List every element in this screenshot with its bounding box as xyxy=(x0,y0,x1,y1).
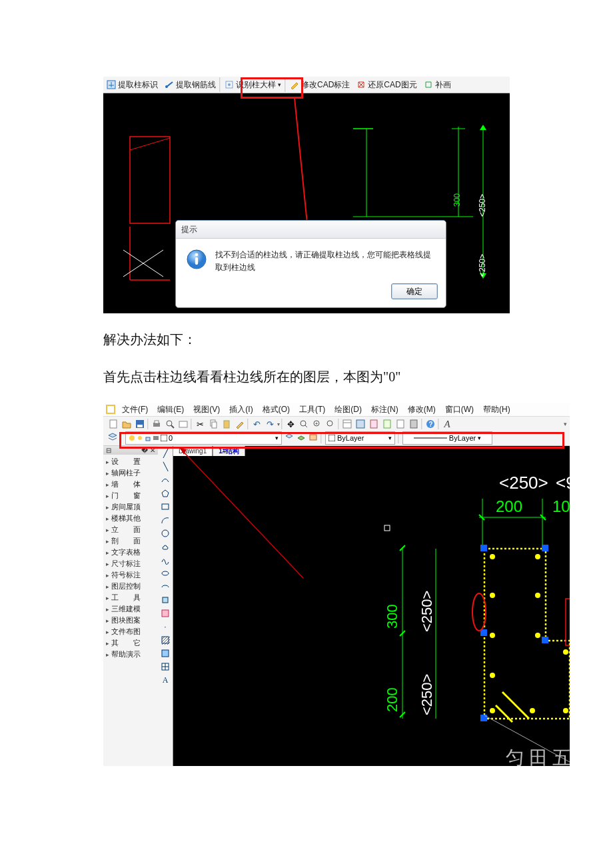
svg-point-38 xyxy=(327,421,332,426)
pan-icon[interactable]: ✥ xyxy=(285,418,297,430)
menu-format[interactable]: 格式(O) xyxy=(259,404,294,415)
xline-icon[interactable]: ╲ xyxy=(160,461,171,472)
gradient-icon[interactable] xyxy=(160,648,171,659)
layeriso-icon[interactable] xyxy=(308,433,318,443)
circle-icon[interactable] xyxy=(160,528,171,539)
menu-tools[interactable]: 工具(T) xyxy=(295,404,329,415)
ellipse-arc-icon[interactable] xyxy=(160,581,171,592)
toolpal-icon[interactable] xyxy=(368,418,380,430)
side-item-17[interactable]: 帮助演示 xyxy=(103,649,158,660)
side-item-3[interactable]: 门 窗 xyxy=(103,490,158,501)
side-item-1[interactable]: 轴网柱子 xyxy=(103,467,158,479)
layermatch-icon[interactable] xyxy=(285,433,294,443)
tab-drawing1[interactable]: Drawing1 xyxy=(173,445,213,456)
side-item-4[interactable]: 房间屋顶 xyxy=(103,501,158,513)
side-panel[interactable]: ⊟� ✕ 设 置轴网柱子墙 体门 窗房间屋顶楼梯其他立 面剖 面文字表格尺寸标注… xyxy=(103,445,159,766)
side-item-5[interactable]: 楼梯其他 xyxy=(103,513,158,524)
menu-draw[interactable]: 绘图(D) xyxy=(330,404,366,415)
color-dropdown[interactable]: ByLayer▾ xyxy=(325,431,395,445)
menu-window[interactable]: 窗口(W) xyxy=(441,404,478,415)
text-style-icon[interactable]: A xyxy=(441,418,453,430)
zoom-window-icon[interactable]: + xyxy=(311,418,323,430)
side-item-11[interactable]: 图层控制 xyxy=(103,581,158,592)
paragraph-step-1: 首先点击柱边线看看柱边线所在的图层，本图为"0" xyxy=(103,365,510,388)
side-item-7[interactable]: 剖 面 xyxy=(103,535,158,547)
close-icon[interactable]: � ✕ xyxy=(141,447,155,454)
side-item-9[interactable]: 尺寸标注 xyxy=(103,558,158,569)
layerprev-icon[interactable] xyxy=(297,433,306,443)
side-item-2[interactable]: 墙 体 xyxy=(103,479,158,490)
side-item-14[interactable]: 图块图案 xyxy=(103,615,158,626)
table-icon[interactable] xyxy=(160,661,171,672)
svg-rect-10 xyxy=(130,137,170,223)
svg-rect-44 xyxy=(397,420,404,428)
tab-structure[interactable]: 1#结构 xyxy=(213,445,245,456)
side-item-8[interactable]: 文字表格 xyxy=(103,547,158,558)
side-item-15[interactable]: 文件布图 xyxy=(103,626,158,637)
side-item-13[interactable]: 三维建模 xyxy=(103,603,158,615)
save-icon[interactable] xyxy=(134,418,146,430)
menu-edit[interactable]: 编辑(E) xyxy=(153,404,188,415)
svg-text:匀 田 五: 匀 田 五 xyxy=(506,747,570,766)
preview-icon[interactable] xyxy=(164,418,176,430)
block-icon[interactable] xyxy=(160,608,171,619)
spline-icon[interactable] xyxy=(160,555,171,565)
ok-button[interactable]: 确定 xyxy=(391,283,438,299)
menu-bar[interactable]: 文件(F) 编辑(E) 视图(V) 插入(I) 格式(O) 工具(T) 绘图(D… xyxy=(103,403,570,416)
redo-icon[interactable]: ↷ xyxy=(264,418,276,430)
polygon-icon[interactable] xyxy=(160,488,171,499)
cut-icon[interactable]: ✂ xyxy=(194,418,206,430)
side-item-12[interactable]: 工 具 xyxy=(103,592,158,603)
svg-rect-32 xyxy=(212,422,217,428)
sheet-icon[interactable] xyxy=(381,418,393,430)
svg-rect-25 xyxy=(137,425,143,427)
menu-file[interactable]: 文件(F) xyxy=(118,404,152,415)
side-item-16[interactable]: 其 它 xyxy=(103,637,158,649)
paste-icon[interactable] xyxy=(221,418,233,430)
drawing-tabs[interactable]: Drawing1 1#结构 xyxy=(173,445,245,456)
menu-modify[interactable]: 修改(M) xyxy=(404,404,440,415)
point-icon[interactable]: · xyxy=(160,621,171,632)
calc-icon[interactable] xyxy=(408,418,420,430)
pline-icon[interactable] xyxy=(160,475,171,485)
layer-dropdown[interactable]: 0 ▾ xyxy=(125,431,282,445)
cad-canvas-2[interactable]: Drawing1 1#结构 <250> 200 <9 10 xyxy=(173,445,570,766)
svg-rect-72 xyxy=(480,545,487,551)
matchprop-icon[interactable] xyxy=(234,418,246,430)
print-icon[interactable] xyxy=(151,418,163,430)
svg-rect-42 xyxy=(370,420,377,428)
copy-icon[interactable] xyxy=(207,418,219,430)
line-icon[interactable]: ╱ xyxy=(160,448,171,459)
svg-line-35 xyxy=(305,425,307,427)
side-item-6[interactable]: 立 面 xyxy=(103,524,158,535)
help-icon[interactable]: ? xyxy=(424,418,436,430)
menu-help[interactable]: 帮助(H) xyxy=(479,404,514,415)
side-item-10[interactable]: 符号标注 xyxy=(103,569,158,581)
layer-properties-toolbar[interactable]: 0 ▾ ByLayer▾ ByLayer▾ xyxy=(103,431,570,446)
rectangle-icon[interactable] xyxy=(160,501,171,512)
open-icon[interactable] xyxy=(121,418,133,430)
markup-icon[interactable] xyxy=(394,418,406,430)
insert-icon[interactable] xyxy=(160,595,171,605)
zoom-realtime-icon[interactable] xyxy=(298,418,310,430)
ellipse-icon[interactable] xyxy=(160,568,171,579)
mtext-icon[interactable]: A xyxy=(160,675,171,685)
layer-manager-icon[interactable] xyxy=(107,432,118,444)
hatch-icon[interactable] xyxy=(160,635,171,645)
arc-icon[interactable] xyxy=(160,515,171,525)
side-item-0[interactable]: 设 置 xyxy=(103,456,158,467)
prop-icon[interactable] xyxy=(341,418,353,430)
revcloud-icon[interactable] xyxy=(160,541,171,552)
standard-toolbar[interactable]: ✂ ↶ ↷ ▾ ✥ + ? A ▾ xyxy=(103,416,570,432)
menu-insert[interactable]: 插入(I) xyxy=(225,404,257,415)
plot-icon[interactable] xyxy=(177,418,189,430)
dcenter-icon[interactable] xyxy=(354,418,366,430)
new-icon[interactable] xyxy=(107,418,119,430)
menu-view[interactable]: 视图(V) xyxy=(189,404,224,415)
zoom-prev-icon[interactable] xyxy=(324,418,336,430)
menu-dim[interactable]: 标注(N) xyxy=(367,404,402,415)
svg-rect-73 xyxy=(542,545,548,551)
linetype-dropdown[interactable]: ByLayer▾ xyxy=(402,431,492,445)
draw-toolbar-vertical[interactable]: ╱ ╲ · A xyxy=(158,445,173,766)
undo-icon[interactable]: ↶ xyxy=(251,418,263,430)
